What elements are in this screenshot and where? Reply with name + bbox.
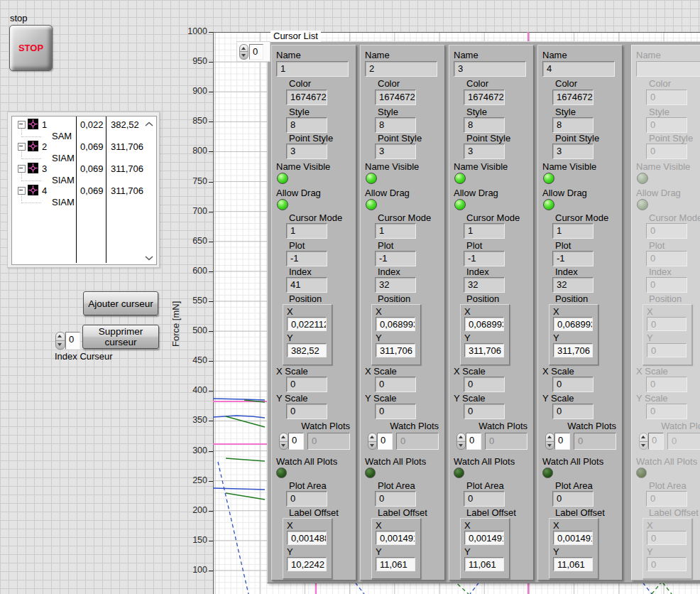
decrement-icon[interactable]	[280, 442, 288, 450]
watch-plots-spinner[interactable]	[368, 433, 377, 450]
watch-plots-index[interactable]: 0	[466, 433, 481, 450]
decrement-icon[interactable]	[56, 341, 65, 349]
cursor-plot-field[interactable]: -1	[464, 251, 505, 266]
name-visible-led[interactable]	[277, 173, 288, 184]
cursor-style-field[interactable]: 8	[552, 117, 594, 133]
cursor-plot-field[interactable]: -1	[375, 251, 416, 266]
y-scale-field[interactable]: 0	[552, 404, 594, 419]
cursor-name-field[interactable]: 3	[454, 61, 526, 77]
label-offset-y-field[interactable]: 11,061	[376, 557, 415, 571]
cursor-style-field[interactable]: 8	[464, 117, 505, 133]
plot-area-field[interactable]: 0	[375, 491, 416, 507]
plot-area-field[interactable]: 0	[286, 491, 327, 507]
cursor-point-style-field[interactable]: 3	[286, 144, 327, 159]
allow-drag-led[interactable]	[454, 199, 466, 210]
watch-plots-element[interactable]: 0	[574, 433, 616, 450]
cursor-index-field[interactable]: 32	[552, 277, 594, 293]
watch-plots-element[interactable]: 0	[307, 433, 350, 450]
cursor-mode-field[interactable]: 1	[552, 223, 594, 239]
increment-icon[interactable]	[368, 433, 376, 442]
increment-icon[interactable]	[457, 433, 465, 442]
y-scale-field[interactable]: 0	[375, 404, 416, 419]
cursor-array-index-control[interactable]: 0	[236, 41, 270, 62]
cursor-color-field[interactable]: 1674672	[464, 90, 505, 105]
watch-all-plots-led[interactable]	[276, 468, 287, 478]
cursor-name-field[interactable]: 1	[276, 61, 349, 77]
position-y-field[interactable]: 311,706	[553, 343, 593, 357]
cursor-plot-field[interactable]: -1	[286, 251, 327, 266]
cursor-plot-field[interactable]: -1	[552, 251, 594, 266]
legend-plot-row[interactable]: SIAM	[12, 152, 156, 163]
decrement-icon[interactable]	[240, 52, 248, 59]
watch-plots-index[interactable]: 0	[554, 433, 570, 450]
decrement-icon[interactable]	[368, 442, 376, 450]
stop-button[interactable]: STOP	[9, 25, 53, 71]
cursor-color-field[interactable]: 1674672	[552, 90, 594, 105]
array-index-value[interactable]: 0	[249, 44, 263, 60]
y-scale-field[interactable]: 0	[286, 404, 327, 419]
watch-all-plots-led[interactable]	[542, 468, 553, 478]
cursor-name-field[interactable]: 4	[542, 61, 615, 77]
decrement-icon[interactable]	[457, 442, 465, 450]
watch-plots-element[interactable]: 0	[396, 433, 439, 450]
cursor-index-field[interactable]: 32	[464, 277, 505, 293]
increment-icon[interactable]	[56, 333, 65, 341]
cursor-color-field[interactable]: 1674672	[375, 90, 416, 105]
position-y-field[interactable]: 311,706	[464, 343, 504, 357]
increment-icon[interactable]	[280, 433, 288, 442]
position-x-field[interactable]: 0,068993	[464, 317, 504, 331]
y-scale-field[interactable]: 0	[464, 404, 505, 419]
cursor-index-field[interactable]: 41	[286, 277, 327, 293]
allow-drag-led[interactable]	[277, 199, 288, 210]
allow-drag-led[interactable]	[366, 199, 377, 210]
legend-plot-row[interactable]: SAM	[12, 130, 156, 141]
watch-plots-element[interactable]: 0	[485, 433, 527, 450]
label-offset-x-field[interactable]: 0,001488	[287, 531, 327, 545]
watch-plots-spinner[interactable]	[456, 433, 466, 450]
cursor-style-field[interactable]: 8	[375, 117, 416, 133]
watch-plots-index[interactable]: 0	[288, 433, 304, 450]
label-offset-y-field[interactable]: 10,2242	[287, 557, 327, 571]
legend-item[interactable]: 40,069311,706	[12, 185, 156, 196]
add-cursor-button[interactable]: Ajouter curseur	[83, 291, 158, 315]
tree-collapse-icon[interactable]	[18, 187, 26, 195]
index-cursor-spinner[interactable]	[55, 332, 65, 350]
cursor-point-style-field[interactable]: 3	[375, 144, 416, 159]
cursor-point-style-field[interactable]: 3	[464, 144, 505, 159]
cursor-mode-field[interactable]: 1	[464, 223, 505, 239]
index-cursor-value[interactable]: 0	[65, 332, 80, 350]
position-y-field[interactable]: 382,52	[287, 343, 327, 357]
increment-icon[interactable]	[546, 433, 554, 442]
position-x-field[interactable]: 0,068993	[376, 317, 415, 331]
x-scale-field[interactable]: 0	[552, 377, 594, 392]
decrement-icon[interactable]	[546, 442, 554, 450]
cursor-style-field[interactable]: 8	[286, 117, 327, 133]
legend-item[interactable]: 30,069311,706	[12, 163, 156, 174]
cursor-index-field[interactable]: 32	[375, 277, 416, 293]
legend-item[interactable]: 10,022382,52	[12, 119, 156, 130]
label-offset-x-field[interactable]: 0,001491	[376, 531, 415, 545]
watch-plots-spinner[interactable]	[545, 433, 554, 450]
cursor-point-style-field[interactable]: 3	[552, 144, 594, 159]
position-y-field[interactable]: 311,706	[376, 343, 415, 357]
watch-plots-index[interactable]: 0	[377, 433, 393, 450]
label-offset-x-field[interactable]: 0,001491	[464, 531, 504, 545]
x-scale-field[interactable]: 0	[464, 377, 505, 392]
scroll-down-icon[interactable]	[144, 253, 154, 260]
position-x-field[interactable]: 0,068993	[553, 317, 593, 331]
plot-area-field[interactable]: 0	[464, 491, 505, 507]
label-offset-y-field[interactable]: 11,061	[464, 557, 504, 571]
watch-plots-spinner[interactable]	[279, 433, 288, 450]
cursor-name-field[interactable]: 2	[365, 61, 437, 77]
tree-collapse-icon[interactable]	[18, 121, 26, 129]
allow-drag-led[interactable]	[543, 199, 554, 210]
remove-cursor-button[interactable]: Supprimer curseur	[82, 325, 159, 349]
cursor-mode-field[interactable]: 1	[286, 223, 327, 239]
watch-all-plots-led[interactable]	[454, 468, 464, 478]
array-index-spinner[interactable]	[239, 44, 248, 60]
x-scale-field[interactable]: 0	[375, 377, 416, 392]
position-x-field[interactable]: 0,022112	[287, 317, 327, 331]
legend-item[interactable]: 20,069311,706	[12, 141, 156, 152]
name-visible-led[interactable]	[454, 173, 466, 184]
watch-all-plots-led[interactable]	[365, 468, 376, 478]
